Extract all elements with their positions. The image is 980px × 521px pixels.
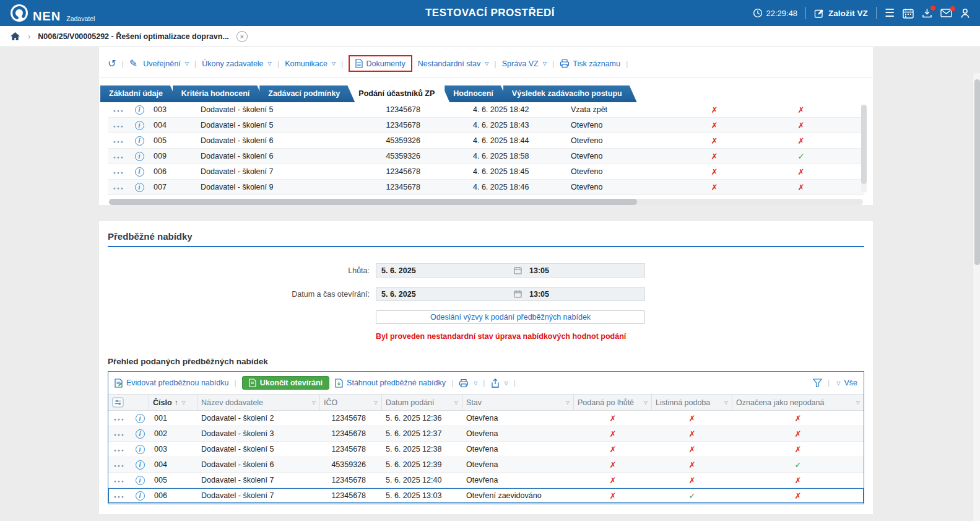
export-button[interactable]: ▽ [491, 379, 508, 388]
info-icon[interactable]: i [136, 445, 145, 454]
send-call-button[interactable]: Odeslání výzvy k podání předběžných nabí… [376, 310, 645, 324]
print-button[interactable]: ▽ [459, 379, 477, 388]
row-menu-button[interactable]: ●●● [113, 170, 124, 175]
toolbar-item-tisk-zaznamu[interactable]: Tisk záznamu [560, 59, 620, 68]
scrollbar-thumb[interactable] [861, 105, 867, 184]
tab-zadavaci-podminky[interactable]: Zadávací podmínky [259, 85, 355, 102]
breadcrumb-item[interactable]: N006/25/V00005292 - Řešení optimalizace … [38, 32, 228, 41]
row-menu-button[interactable]: ●●● [113, 124, 124, 128]
row-menu-button[interactable]: ●●● [114, 463, 125, 468]
otevirani-datetime-field[interactable]: 5. 6. 2025 13:05 [376, 287, 645, 301]
calendar-icon[interactable] [903, 8, 914, 19]
otevirani-date-value[interactable]: 5. 6. 2025 [376, 290, 514, 299]
toolbar-item-dokumenty[interactable]: Dokumenty [349, 55, 412, 72]
table-row[interactable]: ●●●i007Dodavatel - školení 9123456784. 6… [108, 180, 864, 195]
otevirani-time-value[interactable]: 13:05 [522, 290, 644, 299]
info-icon[interactable]: i [136, 414, 145, 423]
page-vertical-scrollbar[interactable] [973, 73, 980, 521]
row-menu-button[interactable]: ●●● [113, 186, 124, 190]
filter-vse-button[interactable]: ▽ Vše [835, 379, 857, 387]
table-row[interactable]: ●●●i009Dodavatel - školení 6453593264. 6… [108, 149, 864, 164]
downloads-icon[interactable] [922, 8, 932, 18]
column-header-stav[interactable]: Stav ▽ [462, 395, 574, 410]
column-header-podana-po-lhute[interactable]: Podaná po lhůtě ▽ [574, 395, 652, 410]
toolbar-item-sprava-vz[interactable]: Správa VZ ▽ [502, 59, 547, 68]
table-row[interactable]: ●●●i005Dodavatel - školení 7123456785. 6… [108, 473, 864, 488]
info-icon[interactable]: i [136, 429, 145, 439]
row-menu-button[interactable]: ●●● [114, 448, 125, 452]
info-icon[interactable]: i [135, 152, 144, 161]
column-header-datum-podani[interactable]: Datum podání ▽ [382, 395, 462, 410]
info-icon[interactable]: i [136, 476, 145, 485]
filter-chevron-icon[interactable]: ▽ [856, 400, 860, 405]
scrollbar-thumb[interactable] [109, 199, 637, 205]
column-header-ico[interactable]: IČO ▽ [320, 395, 382, 410]
row-menu-button[interactable]: ●●● [113, 108, 124, 113]
info-icon[interactable]: i [135, 136, 144, 146]
table-row[interactable]: ●●●i002Dodavatel - školení 3123456785. 6… [108, 426, 864, 442]
table-row[interactable]: ●●●i004Dodavatel - školení 6453593265. 6… [108, 457, 864, 473]
horizontal-scrollbar[interactable] [109, 199, 863, 205]
scrollbar-thumb[interactable] [974, 79, 980, 265]
info-icon[interactable]: i [136, 491, 145, 501]
row-menu-button[interactable]: ●●● [113, 139, 124, 144]
table-row[interactable]: ●●●i001Dodavatel - školení 2123456785. 6… [108, 411, 864, 426]
info-icon[interactable]: i [135, 167, 144, 177]
tab-vysledek-zadavaciho-postupu[interactable]: Výsledek zadávacího postupu [503, 85, 637, 102]
tab-zakladni-udaje[interactable]: Základní údaje [100, 85, 178, 102]
row-menu-button[interactable]: ●●● [114, 417, 125, 421]
calendar-icon[interactable] [514, 290, 522, 298]
ukoncit-otevirani-button[interactable]: Ukončit otevírání [242, 376, 329, 390]
hamburger-menu-icon[interactable]: ☰ [885, 7, 895, 19]
toolbar-item-ukony-zadavatele[interactable]: Úkony zadavatele ▽ [202, 59, 272, 68]
filter-chevron-icon[interactable]: ▽ [724, 400, 728, 405]
table-row[interactable]: ●●●i003Dodavatel - školení 5123456784. 6… [108, 102, 864, 118]
filter-chevron-icon[interactable]: ▽ [312, 400, 316, 405]
filter-chevron-icon[interactable]: ▽ [374, 400, 378, 405]
stahnout-nabidky-button[interactable]: Stáhnout předběžné nabídky [335, 379, 446, 388]
column-header-listinna-podoba[interactable]: Listinná podoba ▽ [652, 395, 732, 410]
home-icon[interactable] [10, 32, 20, 41]
toolbar-item-komunikace[interactable]: Komunikace ▽ [285, 59, 336, 68]
filter-chevron-icon[interactable]: ▽ [454, 400, 458, 405]
info-icon[interactable]: i [135, 183, 144, 192]
lhuta-datetime-field[interactable]: 5. 6. 2025 13:05 [376, 263, 645, 278]
lhuta-date-value[interactable]: 5. 6. 2025 [376, 266, 514, 275]
column-header-nazev-dodavatele[interactable]: Název dodavatele ▽ [197, 395, 320, 410]
table-row[interactable]: ●●●i006Dodavatel - školení 7123456785. 6… [108, 488, 864, 504]
row-menu-button[interactable]: ●●● [114, 432, 125, 437]
column-header-oznacena-jako-nepodana[interactable]: Označena jako nepodaná ▽ [732, 395, 864, 410]
create-vz-button[interactable]: Založit VZ [814, 8, 868, 19]
column-header-cislo[interactable]: Číslo ↑ ▽ [149, 395, 197, 410]
back-icon[interactable]: ↺ [108, 59, 116, 69]
filter-chevron-icon[interactable]: ▽ [182, 400, 186, 405]
info-icon[interactable]: i [136, 460, 145, 470]
table-row[interactable]: ●●●i006Dodavatel - školení 7123456784. 6… [108, 164, 864, 180]
close-tab-icon[interactable]: × [236, 31, 248, 42]
messages-icon[interactable] [940, 9, 952, 17]
tab-kriteria-hodnoceni[interactable]: Kritéria hodnocení [173, 85, 264, 102]
row-menu-button[interactable]: ●●● [114, 494, 125, 499]
column-settings-icon[interactable] [112, 397, 124, 408]
row-menu-button[interactable]: ●●● [113, 155, 124, 159]
user-profile-icon[interactable] [960, 8, 970, 19]
filter-chevron-icon[interactable]: ▽ [566, 400, 570, 405]
toolbar-item-nestandardni-stav[interactable]: Nestandardní stav ▽ [418, 59, 489, 68]
filter-chevron-icon[interactable]: ▽ [644, 400, 648, 405]
lhuta-time-value[interactable]: 13:05 [522, 266, 644, 275]
tab-podani-ucastniku-zp[interactable]: Podání účastníků ZP [350, 85, 449, 102]
info-icon[interactable]: i [135, 105, 144, 115]
table-row[interactable]: ●●●i005Dodavatel - školení 6453593264. 6… [108, 133, 864, 149]
calendar-icon[interactable] [514, 266, 522, 274]
row-menu-button[interactable]: ●●● [114, 479, 125, 483]
tab-hodnoceni[interactable]: Hodnocení [444, 85, 508, 102]
nen-logo[interactable]: NEN Zadavatel [10, 4, 95, 22]
info-icon[interactable]: i [135, 121, 144, 130]
evidovat-nabidku-button[interactable]: Evidovat předběžnou nabídku [115, 379, 228, 388]
edit-pencil-icon[interactable]: ✎ [129, 59, 137, 69]
table-row[interactable]: ●●●i004Dodavatel - školení 5123456784. 6… [108, 118, 864, 133]
filter-funnel-icon[interactable] [813, 379, 822, 387]
toolbar-item-uverejneni[interactable]: Uveřejnění ▽ [143, 59, 189, 68]
table-row[interactable]: ●●●i003Dodavatel - školení 5123456785. 6… [108, 442, 864, 457]
vertical-scrollbar[interactable] [861, 105, 867, 193]
